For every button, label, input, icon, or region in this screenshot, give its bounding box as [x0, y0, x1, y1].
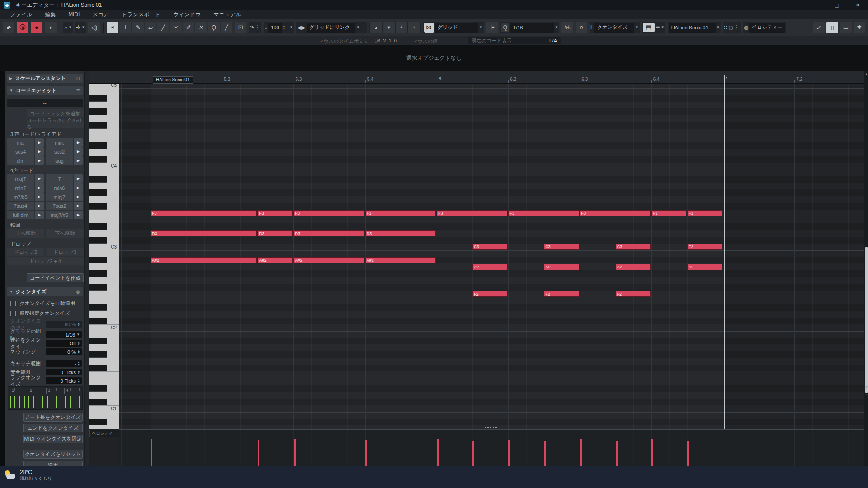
chevron-down-icon[interactable]: ▼ [81, 25, 85, 29]
zoom-tool[interactable]: Ϙ [208, 22, 220, 33]
lane-resize-handle[interactable] [485, 427, 497, 428]
chord-label[interactable]: minj7 [46, 192, 73, 201]
piano-key-black[interactable] [89, 95, 107, 102]
vertical-scrollbar[interactable]: ▲ ▼ ≡ [864, 71, 868, 468]
piano-keyboard[interactable]: C5C4C3C2C1 [89, 84, 119, 429]
velocity-bar[interactable] [508, 440, 510, 467]
piano-key-black[interactable] [89, 365, 107, 371]
scrollbar-thumb[interactable] [865, 247, 868, 393]
minimize-button[interactable]: ─ [806, 0, 826, 10]
auto-apply-checkbox-row[interactable]: クオンタイズを自動適用 [10, 300, 75, 307]
midi-note-D3[interactable]: D3 [294, 230, 364, 237]
triad-min[interactable]: min.▶ [46, 138, 83, 147]
note-expression-icon[interactable]: ✛ [76, 24, 80, 31]
midi-note-F2[interactable]: F2 [616, 291, 651, 297]
quantize-row-value[interactable]: Off▲▼ [46, 340, 82, 347]
midi-note-F3[interactable]: F3 [258, 210, 292, 216]
midi-note-A2[interactable]: A2 [544, 264, 579, 270]
midi-note-F3[interactable]: F3 [151, 210, 257, 216]
chord-arrow-icon[interactable]: ▶ [74, 138, 83, 147]
show-part-borders-icon[interactable]: ▤ [643, 23, 655, 32]
quantize-panel-icon[interactable]: e [576, 22, 587, 33]
midi-note-D3[interactable]: D3 [151, 230, 257, 237]
midi-note-F3[interactable]: F3 [651, 210, 686, 216]
piano-key-black[interactable] [89, 122, 107, 129]
pencil-tool[interactable]: ✎ [132, 22, 144, 33]
velocity-bar[interactable] [544, 441, 546, 467]
triad-sus2[interactable]: sus2▶ [46, 147, 83, 156]
midi-note-A#2[interactable]: A#2 [151, 257, 257, 263]
chord-arrow-icon[interactable]: ▶ [74, 211, 83, 219]
quantize-header[interactable]: ▼ クオンタイズ ◎ [7, 287, 83, 296]
piano-key-black[interactable] [89, 385, 107, 392]
chord-label[interactable]: sus2 [46, 147, 73, 156]
seventh-minj7[interactable]: minj7▶ [46, 192, 83, 201]
pin-editor-icon[interactable] [3, 22, 14, 33]
chord-arrow-icon[interactable]: ▶ [35, 183, 44, 192]
menu-MIDI[interactable]: MIDI [63, 10, 85, 19]
chevron-down-icon[interactable]: ▼ [68, 25, 72, 29]
chord-arrow-icon[interactable]: ▶ [74, 147, 83, 156]
chord-edit-header[interactable]: ▼ コードエディット ≣ [7, 86, 83, 95]
window-zones-right-icon[interactable]: ▭ [840, 22, 852, 33]
velocity-bar[interactable] [365, 440, 367, 467]
chevron-down-icon[interactable]: ▼ [661, 25, 665, 29]
acoustic-feedback-icon[interactable]: ◁) [88, 22, 100, 33]
create-chord-event-button[interactable]: コードイベントを作成 [27, 273, 84, 282]
add-chord-track-button[interactable]: コードトラックを追加 [27, 109, 84, 117]
chord-label[interactable]: maj7/#5 [46, 211, 73, 219]
chord-arrow-icon[interactable]: ▶ [74, 202, 83, 210]
link-grid-icon[interactable]: ◀▶ [297, 24, 305, 31]
seventh-min6[interactable]: min6▶ [46, 183, 83, 192]
chord-arrow-icon[interactable]: ▶ [35, 138, 44, 147]
chord-arrow-icon[interactable]: ▶ [74, 174, 83, 183]
seventh-maj7[interactable]: maj7▶ [7, 174, 44, 183]
match-chord-track-button[interactable]: コードトラックに合わせる [27, 120, 84, 128]
piano-key-black[interactable] [89, 223, 107, 230]
maximize-button[interactable]: ▢ [826, 0, 847, 10]
zoom-widget-icon[interactable]: ≡ [864, 393, 868, 396]
controller-lane-select[interactable]: ベロシティー [749, 23, 785, 33]
piano-key-black[interactable] [89, 108, 107, 115]
quantize-button2-0[interactable]: クオンタイズをリセット [23, 450, 83, 459]
auto-select-controller-icon[interactable]: ⊡ [235, 22, 246, 33]
snap-icon[interactable]: ⋈ [424, 23, 434, 33]
active-part-select[interactable]: HALion Sonic 01 [669, 23, 716, 33]
pitch-visibility-icon[interactable]: ⌂ [64, 24, 67, 31]
chord-label[interactable]: m7/b5 [7, 192, 34, 201]
velocity-bar[interactable] [472, 441, 474, 467]
move-down-button[interactable]: 下へ移動 [46, 229, 84, 238]
draw-tool[interactable]: I [119, 22, 131, 33]
chord-label[interactable]: maj7 [7, 174, 34, 183]
midi-note-D3[interactable]: D3 [258, 230, 292, 237]
velocity-bar[interactable] [616, 441, 618, 467]
midi-note-F2[interactable]: F2 [472, 291, 507, 297]
quantize-row-value[interactable]: 0 %▲▼ [46, 348, 82, 355]
length-quantize-select[interactable]: クオンタイズ [594, 23, 634, 33]
quantize-q-icon[interactable]: Q [501, 23, 509, 32]
chevron-down-icon[interactable]: ▼ [479, 25, 483, 29]
weather-widget[interactable]: 28°C 晴れ時々くもり [5, 469, 52, 482]
note-grid[interactable]: F3F3F3F3F3F3F3F3F3D3D3D3D3C3C3C3C3A#2A#2… [119, 84, 864, 429]
record-in-editor-button[interactable]: ● [31, 22, 42, 33]
chevron-down-icon[interactable]: ▼ [555, 25, 558, 29]
midi-note-C3[interactable]: C3 [687, 244, 722, 250]
velocity-bar[interactable] [687, 441, 689, 467]
quantize-row-value[interactable]: 0 Ticks▲▼ [46, 369, 82, 375]
seventh-maj75[interactable]: maj7/#5▶ [46, 211, 83, 219]
chevron-down-icon[interactable]: ▼ [290, 25, 293, 29]
feedback-curve-icon[interactable]: ↷ [250, 24, 254, 31]
chord-label[interactable]: 7sus4 [7, 202, 34, 210]
insert-velocity-icon[interactable]: ↓ [264, 24, 267, 31]
midi-note-F2[interactable]: F2 [544, 291, 579, 297]
midi-note-F3[interactable]: F3 [294, 210, 364, 216]
step-input-icon[interactable]: ∷ [724, 24, 728, 31]
midi-note-F3[interactable]: F3 [687, 210, 722, 216]
piano-key-black[interactable] [89, 156, 107, 163]
quantize-button-2[interactable]: MIDI クオンタイズを固定 [23, 435, 83, 443]
iq-checkbox-row[interactable]: 感度指定クオンタイズ [10, 310, 70, 317]
glue-tool[interactable]: ✐ [183, 22, 194, 33]
velocity-bar[interactable] [258, 440, 259, 467]
checkbox-icon[interactable] [10, 311, 16, 316]
velocity-bar[interactable] [580, 439, 582, 467]
